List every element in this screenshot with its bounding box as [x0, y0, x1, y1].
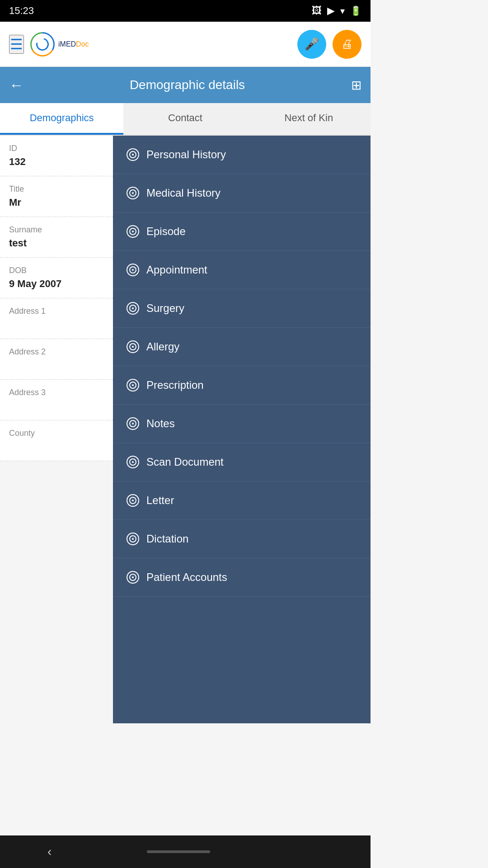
- target-icon: [127, 225, 139, 238]
- logo-text: iMEDDoc: [58, 40, 89, 48]
- right-panel: Personal History Medical History Episode…: [113, 136, 371, 723]
- main-content: ID 132 Title Mr Surname test DOB 9 May 2…: [0, 136, 371, 461]
- menu-item-episode[interactable]: Episode: [113, 212, 371, 251]
- target-icon: [127, 494, 139, 507]
- status-time: 15:23: [9, 5, 34, 17]
- home-pill[interactable]: [147, 850, 210, 853]
- logo-icon: [30, 32, 55, 57]
- target-icon: [127, 417, 139, 430]
- target-icon: [127, 187, 139, 199]
- field-title: Title Mr: [0, 176, 113, 217]
- menu-item-personal-history[interactable]: Personal History: [113, 136, 371, 174]
- status-icons: 🖼 ▶ ▾ 🔋: [312, 5, 361, 17]
- menu-item-prescription[interactable]: Prescription: [113, 366, 371, 405]
- menu-item-notes[interactable]: Notes: [113, 405, 371, 443]
- menu-item-medical-history[interactable]: Medical History: [113, 174, 371, 212]
- menu-item-scan-document[interactable]: Scan Document: [113, 443, 371, 481]
- field-surname: Surname test: [0, 217, 113, 258]
- logo-doc-text: Doc: [76, 40, 89, 48]
- logo-area: iMEDDoc: [30, 32, 89, 57]
- app-bar-right: 🎤 🖨: [297, 30, 361, 59]
- field-id: ID 132: [0, 136, 113, 176]
- target-icon: [127, 533, 139, 545]
- field-address2: Address 2: [0, 339, 113, 380]
- target-icon: [127, 148, 139, 161]
- field-dob: DOB 9 May 2007: [0, 258, 113, 298]
- menu-item-surgery[interactable]: Surgery: [113, 289, 371, 328]
- target-icon: [127, 456, 139, 468]
- wifi-icon: ▾: [340, 5, 345, 16]
- menu-item-letter[interactable]: Letter: [113, 481, 371, 520]
- field-county: County: [0, 420, 113, 461]
- target-icon: [127, 302, 139, 315]
- back-nav-button[interactable]: ‹: [47, 844, 52, 859]
- left-panel: ID 132 Title Mr Surname test DOB 9 May 2…: [0, 136, 113, 461]
- hamburger-button[interactable]: ☰: [9, 35, 24, 54]
- menu-item-allergy[interactable]: Allergy: [113, 328, 371, 366]
- status-bar: 15:23 🖼 ▶ ▾ 🔋: [0, 0, 371, 22]
- print-button[interactable]: 🖨: [333, 30, 361, 59]
- field-address3: Address 3: [0, 380, 113, 420]
- play-icon: ▶: [327, 5, 335, 17]
- menu-item-dictation[interactable]: Dictation: [113, 520, 371, 558]
- target-icon: [127, 340, 139, 353]
- app-bar: ☰ iMEDDoc 🎤 🖨: [0, 22, 371, 67]
- tab-next-of-kin[interactable]: Next of Kin: [247, 103, 371, 135]
- target-icon: [127, 571, 139, 584]
- battery-icon: 🔋: [350, 5, 361, 16]
- grid-button[interactable]: ⊞: [351, 78, 361, 93]
- target-icon: [127, 264, 139, 276]
- bottom-nav: ‹: [0, 835, 371, 868]
- tab-demographics[interactable]: Demographics: [0, 103, 123, 135]
- app-bar-left: ☰ iMEDDoc: [9, 32, 89, 57]
- page-title: Demographic details: [130, 78, 245, 92]
- logo-imed-text: iMED: [58, 40, 76, 48]
- image-icon: 🖼: [312, 5, 322, 17]
- mic-button[interactable]: 🎤: [297, 30, 326, 59]
- menu-item-appointment[interactable]: Appointment: [113, 251, 371, 289]
- tab-contact[interactable]: Contact: [123, 103, 247, 135]
- field-address1: Address 1: [0, 298, 113, 339]
- back-button[interactable]: ←: [9, 77, 23, 94]
- tabs-bar: Demographics Contact Next of Kin: [0, 103, 371, 136]
- target-icon: [127, 379, 139, 392]
- nav-header: ← Demographic details ⊞: [0, 67, 371, 103]
- menu-item-patient-accounts[interactable]: Patient Accounts: [113, 558, 371, 597]
